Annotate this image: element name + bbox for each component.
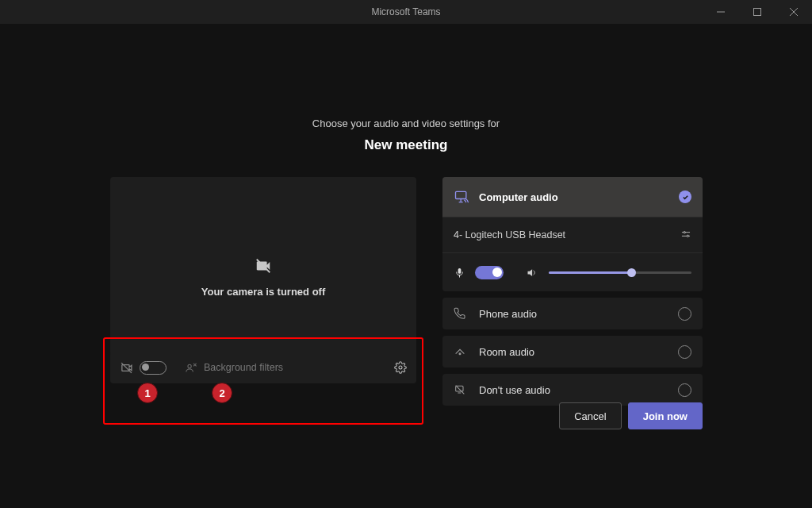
close-button[interactable] <box>776 0 812 24</box>
prejoin-header: Choose your audio and video settings for… <box>0 117 812 153</box>
device-settings-button[interactable] <box>394 361 407 374</box>
svg-rect-10 <box>456 191 466 198</box>
room-audio-label: Room audio <box>479 346 678 358</box>
annotation-marker-1: 1 <box>137 383 158 403</box>
video-controls-bar: Background filters <box>110 352 416 383</box>
background-filters-icon <box>184 361 197 375</box>
camera-off-icon <box>255 257 272 278</box>
microphone-icon <box>454 267 465 279</box>
no-audio-label: Don't use audio <box>479 384 678 396</box>
room-audio-icon <box>454 345 471 358</box>
radio-unchecked-icon <box>678 383 691 397</box>
computer-audio-card: Computer audio 4- Logitech USB Headset <box>442 177 703 291</box>
no-audio-icon <box>454 383 471 396</box>
svg-marker-16 <box>528 269 533 276</box>
radio-unchecked-icon <box>678 345 691 359</box>
join-now-button[interactable]: Join now <box>628 402 703 429</box>
minimize-button[interactable] <box>703 0 739 24</box>
action-buttons: Cancel Join now <box>442 402 703 429</box>
sliders-icon <box>680 229 691 242</box>
audio-device-name: 4- Logitech USB Headset <box>454 229 680 241</box>
phone-icon <box>454 307 471 320</box>
svg-point-6 <box>188 364 191 368</box>
computer-audio-label: Computer audio <box>479 191 679 203</box>
window-buttons <box>703 0 812 24</box>
svg-rect-1 <box>754 9 761 16</box>
camera-toggle[interactable] <box>140 361 167 375</box>
phone-audio-label: Phone audio <box>479 308 678 320</box>
computer-audio-option[interactable]: Computer audio <box>442 177 703 217</box>
audio-controls-row <box>442 252 703 291</box>
selected-check-icon <box>679 190 691 203</box>
svg-point-9 <box>399 366 402 369</box>
speaker-icon <box>526 267 538 279</box>
window-title: Microsoft Teams <box>0 6 812 17</box>
radio-unchecked-icon <box>678 307 691 321</box>
audio-device-row[interactable]: 4- Logitech USB Headset <box>442 217 703 252</box>
volume-slider[interactable] <box>549 271 691 274</box>
computer-audio-icon <box>454 189 471 205</box>
title-bar: Microsoft Teams <box>0 0 812 24</box>
meeting-title: New meeting <box>0 137 812 153</box>
header-subtitle: Choose your audio and video settings for <box>0 117 812 129</box>
cancel-button[interactable]: Cancel <box>559 402 621 429</box>
svg-point-17 <box>459 353 461 355</box>
camera-off-icon <box>120 361 133 375</box>
maximize-button[interactable] <box>739 0 776 24</box>
annotation-marker-2: 2 <box>212 383 232 403</box>
no-audio-option[interactable]: Don't use audio <box>442 374 703 406</box>
background-filters-button[interactable]: Background filters <box>204 362 283 373</box>
svg-point-14 <box>687 235 688 237</box>
svg-point-12 <box>684 231 685 233</box>
phone-audio-option[interactable]: Phone audio <box>442 298 703 329</box>
room-audio-option[interactable]: Room audio <box>442 336 703 368</box>
camera-off-message: Your camera is turned off <box>201 286 326 298</box>
microphone-toggle[interactable] <box>475 266 504 279</box>
